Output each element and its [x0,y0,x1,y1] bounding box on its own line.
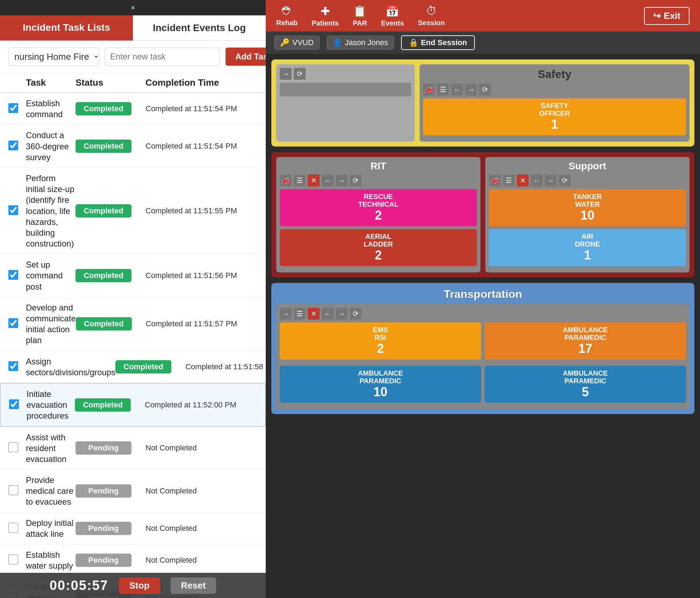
key-icon: 🔑 [280,38,290,47]
trans-ctrl-arrow[interactable]: → [280,308,292,320]
trans-ctrl-list[interactable]: ☰ [294,308,306,320]
status-badge: Completed [75,398,131,412]
status-badge: Completed [76,102,131,115]
tab-incident-task-lists[interactable]: Incident Task Lists [0,15,133,41]
patients-icon: ✚ [321,5,330,18]
transportation-subsection: → ☰ ✕ ← → ⟳ EMSRSI 2 AMBULANCEPARAMEDIC … [276,304,690,409]
rit-ctrl-left[interactable]: ← [322,175,334,186]
ctrl-arrow-right2[interactable]: → [465,84,477,95]
section-safety: → ⟳ Safety 🚒 ☰ ← → ⟳ SAFETYOFFICER 1 [271,59,694,147]
rit-subsection: RIT 🚒 ☰ ✕ ← → ⟳ RESCUETECHNICAL 2 AERIAL… [276,157,480,272]
rit-ctrl-truck[interactable]: 🚒 [280,175,292,186]
completion-time: Completed at 11:51:57 PM [146,319,258,328]
task-checkbox[interactable] [8,523,18,533]
rit-ctrl-rotate[interactable]: ⟳ [350,175,362,186]
session-icon: ⏱ [426,5,437,17]
task-label: Conduct a 360-degree survey [26,130,76,163]
close-icon[interactable]: × [131,4,135,12]
unit-air-drone: AIRDRONE 1 [489,229,686,266]
status-badge: Completed [76,269,131,282]
task-table: Establish commandCompletedCompleted at 1… [0,93,266,598]
completion-time: Not Completed [145,486,257,496]
task-row: Set up command postCompletedCompleted at… [0,254,266,297]
events-icon: 📅 [385,5,399,18]
exit-button[interactable]: ↪ Exit [644,7,690,25]
task-checkbox[interactable] [8,442,18,452]
status-badge: Completed [76,140,131,153]
safety-inner-controls: 🚒 ☰ ← → ⟳ [423,84,686,95]
task-checkbox[interactable] [8,141,18,150]
task-checkbox[interactable] [8,103,18,113]
support-ctrl-truck[interactable]: 🚒 [489,175,501,186]
nav-item-par[interactable]: 📋PAR [353,5,367,27]
ctrl-rotate[interactable]: ⟳ [294,68,306,80]
unit-ambulance-paramedic-10: AMBULANCEPARAMEDIC 10 [280,366,481,403]
ctrl-list[interactable]: ☰ [437,84,449,95]
task-checkbox[interactable] [8,205,18,215]
status-badge: Pending [76,441,131,455]
trans-ctrl-left[interactable]: ← [322,308,334,320]
rit-ctrl-close[interactable]: ✕ [308,175,320,186]
support-ctrl-rotate[interactable]: ⟳ [559,175,571,186]
task-row: Conduct a 360-degree surveyCompletedComp… [0,125,266,168]
task-label: Deploy initial attack line [26,518,76,539]
status-badge: Pending [76,554,131,567]
status-badge: Pending [76,522,131,535]
task-label: Provide medical care to evacuees [26,475,76,507]
top-nav: ⛑Rehab✚Patients📋PAR📅Events⏱Session ↪ Exi… [266,0,700,31]
task-checkbox[interactable] [8,318,18,328]
ctrl-rotate2[interactable]: ⟳ [479,84,491,95]
tab-incident-events-log[interactable]: Incident Events Log [133,15,266,41]
task-row: Assign sectors/divisions/groupsCompleted… [0,351,266,383]
ctrl-arrow-left2[interactable]: ← [451,84,463,95]
task-row: Provide medical care to evacueesPendingN… [0,470,266,513]
nav-item-patients[interactable]: ✚Patients [312,5,339,27]
timer-overlay: 00:05:57 Stop Reset [0,573,266,598]
task-checkbox[interactable] [9,399,19,409]
timer-stop-button[interactable]: Stop [119,577,160,594]
par-icon: 📋 [353,5,367,18]
rit-title: RIT [280,161,477,172]
support-ctrl-close[interactable]: ✕ [517,175,529,186]
rit-ctrl-list[interactable]: ☰ [294,175,306,186]
safety-controls: → ⟳ [280,68,411,80]
section-transportation: Transportation → ☰ ✕ ← → ⟳ EMSRSI 2 AMBU… [271,283,694,414]
support-ctrl-left[interactable]: ← [531,175,543,186]
timer-reset-button[interactable]: Reset [171,577,216,594]
task-input[interactable] [105,48,220,66]
support-ctrl-list[interactable]: ☰ [503,175,515,186]
transportation-units-grid: EMSRSI 2 AMBULANCEPARAMEDIC 17 AMBULANCE… [280,322,686,406]
task-row: Develop and communicate initial action p… [0,297,266,351]
ctrl-truck[interactable]: 🚒 [423,84,435,95]
left-panel: × Incident Task Lists Incident Events Lo… [0,0,266,598]
completion-time: Not Completed [145,556,257,565]
vvud-button[interactable]: 🔑 VVUD [274,36,320,50]
user-button[interactable]: 👤 Jason Jones [327,36,394,50]
nav-item-rehab[interactable]: ⛑Rehab [276,5,298,27]
task-label: Set up command post [26,259,76,292]
task-checkbox[interactable] [8,485,18,495]
unit-aerial-ladder: AERIALLADDER 2 [280,229,477,266]
task-checkbox[interactable] [8,270,18,280]
completion-time: Not Completed [145,443,257,453]
nav-item-events[interactable]: 📅Events [381,5,404,27]
trans-ctrl-rotate[interactable]: ⟳ [350,308,362,320]
support-ctrl-right[interactable]: → [545,175,557,186]
ctrl-arrow-right[interactable]: → [280,68,292,80]
completion-time: Completed at 11:51:58 PM [185,362,266,371]
incident-select[interactable]: nursing Home Fire [8,48,99,66]
end-session-button[interactable]: 🔒 End Session [401,35,475,50]
task-label: Assign sectors/divisions/groups [26,356,115,378]
support-controls: 🚒 ☰ ✕ ← → ⟳ [489,175,686,186]
rit-ctrl-right[interactable]: → [336,175,348,186]
task-checkbox[interactable] [8,361,18,371]
task-label: Establish command [26,98,76,120]
task-checkbox[interactable] [8,555,18,564]
trans-ctrl-right[interactable]: → [336,308,348,320]
nav-item-session[interactable]: ⏱Session [418,5,445,27]
unit-rescue-technical: RESCUETECHNICAL 2 [280,189,477,226]
task-table-header: Task Status Completion Time [0,73,266,93]
section-rit: RIT 🚒 ☰ ✕ ← → ⟳ RESCUETECHNICAL 2 AERIAL… [271,152,694,277]
status-badge: Completed [76,317,132,330]
trans-ctrl-close[interactable]: ✕ [308,308,320,320]
